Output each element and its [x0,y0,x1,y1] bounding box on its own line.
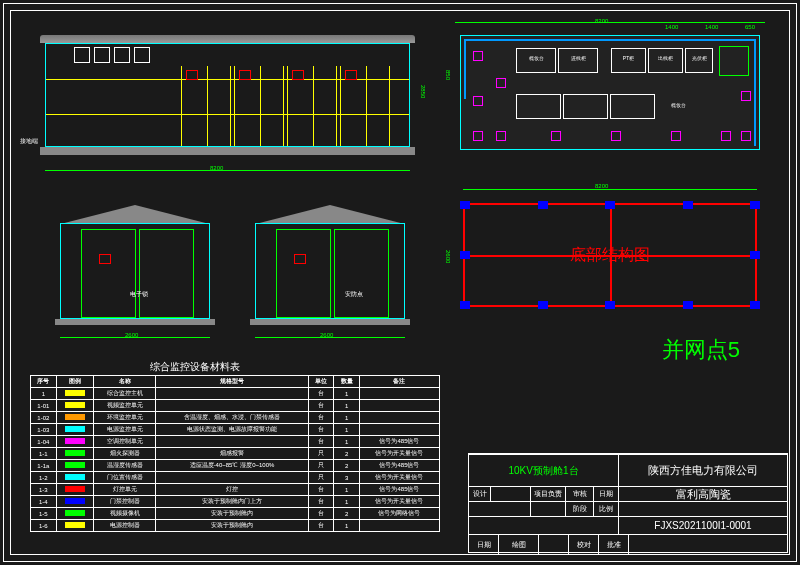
side-elevation-right [255,205,405,325]
symbol-icon [65,426,85,432]
dim-line [455,22,765,23]
foot-pad [683,201,693,209]
table-title: 综合监控设备材料表 [150,360,240,374]
table-row: 1-2门位置传感器只3信号为开关量信号 [31,472,440,484]
cabinet [610,94,655,119]
door [81,229,136,318]
dim-height: 2850 [420,85,426,98]
sensor-icon [741,131,751,141]
dim-plan-d: 850 [445,70,451,80]
cable-tray [754,39,756,146]
cabinet: 出线柜 [648,48,683,73]
foot-pad [460,301,470,309]
col-header: 规格型号 [156,376,308,388]
table-row: 1-01视频监控单元台1 [31,400,440,412]
leader-ground: 接地端 [20,137,38,146]
dim-line [255,337,405,338]
table-row: 1-1a温湿度传感器适应温度-40~85℃ 湿度0~100%只2信号为485信号 [31,460,440,472]
plan-outline: 梳妆台 进线柜 PT柜 出线柜 光伏柜 梳妆台 [460,35,760,150]
col-header: 备注 [359,376,439,388]
drawing-number: FJXS2021100I1-0001 [619,517,787,534]
sensor-icon [551,131,561,141]
sensor-icon [496,131,506,141]
foot-pad [538,301,548,309]
symbol-icon [65,402,85,408]
cabin-body [45,43,410,147]
dim-plan-w: 8200 [595,18,608,24]
dim-line [60,337,210,338]
foot-pad [460,201,470,209]
col-header: 序号 [31,376,57,388]
side-elevation-left [60,205,210,325]
sensor-icon [496,78,506,88]
foot-pad [538,201,548,209]
warning-sign [345,70,357,80]
dim-line [463,189,757,190]
foot-pad [750,251,760,259]
foot-pad [750,201,760,209]
lbl-design: 设计 [469,487,491,501]
cable-tray [464,39,756,41]
table-row: 1-6电源控制器安装于预制舱内台1 [31,520,440,532]
sensor-icon [473,131,483,141]
col-header: 单位 [308,376,334,388]
foot-pad [750,301,760,309]
foot-pad [605,301,615,309]
bottom-structure: 底部结构图 [455,195,765,315]
plan-view: 梳妆台 进线柜 PT柜 出线柜 光伏柜 梳妆台 [455,30,765,165]
table-row: 1-04空调控制单元台1信号为485信号 [31,436,440,448]
symbol-icon [65,474,85,480]
window [134,47,150,63]
door [139,229,194,318]
lbl-projmgr: 项目负责 [531,487,566,501]
sensor-icon [671,131,681,141]
base [250,319,410,325]
dim-plan-s3: 650 [745,24,755,30]
roof [52,205,218,223]
cabinet: PT柜 [611,48,646,73]
warning-sign [294,254,306,264]
lbl-check: 校对 [569,535,599,554]
foot-pad [460,251,470,259]
table-row: 1-1烟火探测器烟感报警只2信号为开关量信号 [31,448,440,460]
table-row: 1综合监控主机台1 [31,388,440,400]
label-dresser: 梳妆台 [671,102,686,108]
symbol-icon [65,510,85,516]
foot-pad [683,301,693,309]
cable-tray [464,39,466,99]
equipment-name: 10KV预制舱1台 [469,455,619,486]
lbl-scale: 比例 [594,502,619,516]
symbol-icon [65,414,85,420]
symbol-icon [65,390,85,396]
window [114,47,130,63]
lbl-review: 审核 [566,487,594,501]
cabinet [563,94,608,119]
table-row: 1-03电源监控单元电源状态监测、电源故障报警功能台1 [31,424,440,436]
roof [247,205,413,223]
foot-pad [605,201,615,209]
door [276,229,331,318]
sensor-icon [473,96,483,106]
sensor-icon [721,131,731,141]
dim-plan-s2: 1400 [705,24,718,30]
table-row: 1-4门禁控制器安装于预制舱内门上方台1信号为开关量信号 [31,496,440,508]
warning-sign [292,70,304,80]
col-header: 图例 [56,376,94,388]
col-header: 名称 [94,376,156,388]
cabinet [516,94,561,119]
table-row: 1-5视频摄像机安装于预制舱内台2信号为网络信号 [31,508,440,520]
ac-unit [719,46,749,76]
leader-security: 安防点 [345,290,363,299]
body [60,223,210,319]
symbol-icon [65,522,85,528]
val-design [491,487,531,501]
roof [40,35,415,43]
project-name: 富利高陶瓷 [619,487,787,501]
leader-lock: 电子锁 [130,290,148,299]
material-table: 序号图例名称规格型号单位数量备注 1综合监控主机台11-01视频监控单元台11-… [30,375,440,532]
symbol-icon [65,486,85,492]
symbol-icon [65,450,85,456]
window [74,47,90,63]
table-row: 1-02环境监控单元含温湿度、烟感、水浸、门禁传感器台1 [31,412,440,424]
dim-bs-h: 2600 [445,250,451,263]
